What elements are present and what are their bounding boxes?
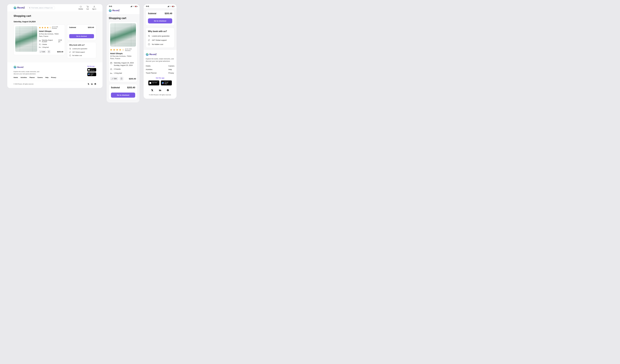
- why-item: 24/7 Global support: [148, 39, 172, 41]
- edit-button[interactable]: Edit: [110, 77, 118, 80]
- header-nav: Wishlist Cart Sign in: [78, 6, 96, 10]
- subtotal-row: Subtotal $203.40: [111, 86, 135, 89]
- item-price: $203.40: [129, 78, 136, 80]
- why-text: 24/7 Global support: [152, 39, 167, 41]
- linkedin-icon[interactable]: [159, 89, 161, 91]
- footer-link-help[interactable]: Help: [169, 69, 174, 71]
- app-store-badge[interactable]: Download on the App Store: [87, 68, 96, 72]
- status-time: 9:41: [109, 5, 112, 7]
- facebook-icon[interactable]: [167, 89, 169, 91]
- footer-link-activities[interactable]: Activities: [146, 69, 157, 71]
- footer-link-planner[interactable]: Planner: [30, 77, 35, 78]
- cart-icon: [87, 6, 89, 8]
- hotel-name: Hotel Olimpic: [110, 52, 136, 55]
- footer-logo[interactable]: 🌍 RoamZ: [14, 66, 56, 69]
- trash-icon: [48, 51, 50, 52]
- footer-top: 🌍 RoamZ Explore the world, create memori…: [14, 66, 96, 81]
- google-play-badge[interactable]: GET IT ON Google Play: [161, 80, 172, 85]
- subtotal-row: Subtotal $203.40: [148, 12, 172, 15]
- status-bar: 9:41: [144, 4, 176, 8]
- why-title: Why book with us?: [69, 44, 94, 46]
- star-icon: [113, 49, 115, 51]
- google-play-badge[interactable]: GET IT ON Google Play: [87, 73, 96, 76]
- status-time: 9:41: [146, 5, 149, 7]
- footer-link-privacy[interactable]: Privacy: [51, 77, 56, 78]
- meta-guests-row: 2 Guests: [110, 68, 136, 70]
- star-icon: [119, 49, 121, 51]
- search-input[interactable]: Find hotels, places or things to do: [28, 6, 55, 10]
- linkedin-icon[interactable]: [91, 83, 93, 85]
- guests-text: 2 Guests: [114, 68, 121, 70]
- search-icon: [29, 7, 31, 9]
- check-icon: [148, 43, 150, 45]
- delete-button[interactable]: [120, 77, 124, 81]
- meta-dates-row: Saturday, August 24, 2024 Sunday, August…: [110, 62, 136, 66]
- cart-label: Cart: [86, 8, 89, 10]
- star-icon: [44, 27, 46, 29]
- hotel-meta: Saturday, August 24,2024 15:00 pm 2 Adul…: [39, 39, 63, 48]
- globe-icon: 🌍: [14, 6, 16, 9]
- wishlist-link[interactable]: Wishlist: [78, 6, 83, 10]
- copyright: © 2024 Roamz. All rights reserved.: [14, 83, 34, 85]
- star-icon: [110, 49, 112, 51]
- delete-button[interactable]: [47, 50, 51, 53]
- cart-item-card: (4.3) 1244 Reviews Hotel Olimpic 32 Rue …: [14, 25, 65, 55]
- footer-link-planner[interactable]: Travel Planner: [146, 72, 157, 74]
- subtotal-value: $203.40: [127, 86, 135, 89]
- pencil-icon: [112, 78, 113, 79]
- item-actions: Edit $203.40: [110, 77, 136, 81]
- status-icons: [131, 6, 137, 7]
- checkout-button[interactable]: Go to checkout: [148, 18, 172, 23]
- edit-button[interactable]: Edit: [39, 50, 46, 53]
- x-icon[interactable]: [151, 89, 154, 91]
- checkout-button[interactable]: Go to checkout: [111, 93, 135, 98]
- footer-link-careers[interactable]: Careers: [169, 65, 174, 67]
- status-bar: 9:41: [107, 4, 140, 8]
- facebook-icon[interactable]: [94, 83, 96, 85]
- trash-icon: [121, 78, 123, 80]
- checkout-button[interactable]: Go to checkout: [69, 34, 94, 38]
- app-store-badge[interactable]: Download on the App Store: [148, 80, 159, 85]
- brand-name: RoamZ: [112, 9, 120, 12]
- pencil-icon: [40, 51, 42, 52]
- why-text: No hidden cost: [72, 55, 82, 56]
- search-placeholder: Find hotels, places or things to do: [31, 7, 53, 9]
- star-icon: [42, 27, 43, 29]
- cart-link[interactable]: Cart: [86, 6, 89, 10]
- chat-icon: [69, 51, 71, 53]
- users-icon: [110, 68, 112, 70]
- heart-icon: [80, 6, 82, 8]
- checkin-date: Saturday, August 24,2024: [42, 39, 55, 43]
- brand-logo[interactable]: 🌍 RoamZ: [14, 6, 25, 9]
- rating-stars: (4.3) 1244 Reviews: [39, 26, 63, 29]
- mobile-content: Subtotal $203.40 Go to checkout Why book…: [144, 8, 176, 50]
- meta-bed-row: 1 King bed: [39, 46, 63, 48]
- hotel-address: 32 Rue des Archives, 75004Paris, France: [39, 33, 63, 38]
- footer-link-careers[interactable]: Careers: [37, 77, 43, 78]
- why-text: Lowest price guarantee: [152, 35, 170, 37]
- footer-right: Get the app Download on the App Store GE…: [87, 66, 96, 78]
- signin-link[interactable]: Sign in: [92, 6, 96, 10]
- footer: 🌍 RoamZ Explore the world, create memori…: [7, 62, 102, 88]
- wishlist-label: Wishlist: [78, 8, 83, 10]
- copyright: © 2024 RoamZ. All rights reserved.: [146, 94, 174, 96]
- mobile-frame-1: 9:41 🌍 RoamZ Shopping cart (4.3) 1244 Re…: [107, 4, 140, 102]
- rating-text: (4.3) 1244 Reviews: [125, 48, 136, 51]
- footer-logo[interactable]: 🌍 RoamZ: [146, 53, 174, 56]
- battery-icon: [172, 6, 174, 7]
- footer-link-help[interactable]: Help: [45, 77, 48, 78]
- cart-item-card: (4.3) 1244 Reviews Hotel Olimpic 32 Rue …: [109, 22, 137, 82]
- x-icon[interactable]: [88, 83, 89, 85]
- footer-link-hotels[interactable]: Hotels: [146, 65, 157, 67]
- footer-link-privacy[interactable]: Privacy: [169, 72, 174, 74]
- brand-name: RoamZ: [149, 53, 156, 56]
- star-empty-icon: [49, 27, 51, 29]
- calendar-icon: [39, 40, 41, 42]
- footer-link-activities[interactable]: Activities: [21, 77, 27, 78]
- mobile-frame-2: 9:41 Subtotal $203.40 Go to checkout Why…: [144, 4, 176, 99]
- check-icon: [69, 55, 71, 56]
- footer-link-hotels[interactable]: Hotels: [14, 77, 18, 78]
- why-book-card: Why book with us? Lowest price guarantee…: [146, 28, 174, 48]
- why-book-card: Why book with us? Lowest price guarantee…: [67, 42, 96, 58]
- brand-logo[interactable]: 🌍 RoamZ: [109, 9, 137, 12]
